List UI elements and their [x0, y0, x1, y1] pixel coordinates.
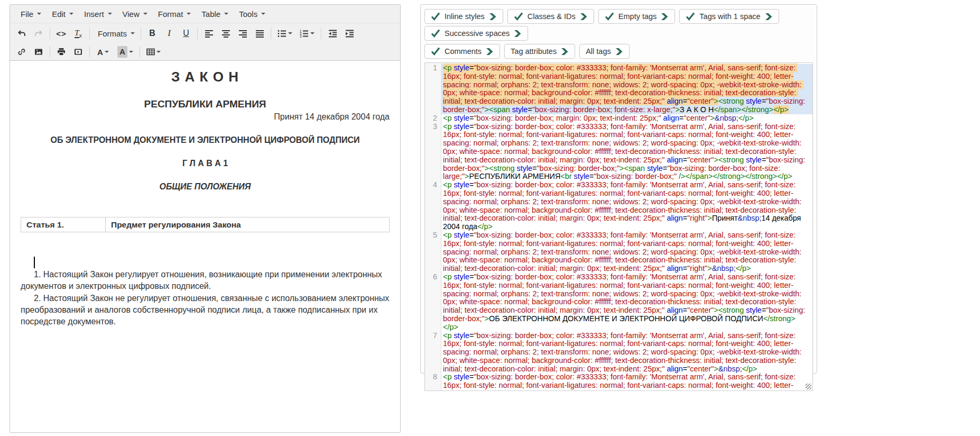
article-table[interactable]: Статья 1. Предмет регулирования Закона [21, 217, 390, 232]
html-cleaner-panel: Inline stylesClasses & IDsEmpty tagsTags… [420, 4, 817, 374]
cleaner-button-tags-with-1-space[interactable]: Tags with 1 space [679, 9, 779, 24]
chevron-down-icon [37, 13, 41, 15]
bullet-list-icon [278, 29, 286, 38]
doc-subtitle: РЕСПУБЛИКИ АРМЕНИЯ [21, 97, 390, 111]
cleaner-button-comments[interactable]: Comments [424, 44, 500, 59]
code-text: <p style="box-sizing: border-box; color:… [441, 373, 812, 391]
chevron-down-icon [129, 51, 133, 53]
line-number: 1 [425, 64, 441, 114]
menu-file-label: File [21, 10, 33, 19]
blank-line [21, 146, 390, 158]
line-number: 6 [425, 273, 441, 332]
blank-line [21, 86, 390, 97]
doc-law-title: ОБ ЭЛЕКТРОННОМ ДОКУМЕНТЕ И ЭЛЕКТРОННОЙ Ц… [21, 134, 390, 146]
menu-insert[interactable]: Insert [79, 6, 117, 22]
code-line-7: 7<p style="box-sizing: border-box; color… [425, 332, 812, 374]
cleaner-button-successive-spaces[interactable]: Successive spaces [424, 26, 528, 41]
cleaner-buttons-row2: CommentsTag attributesAll tags [424, 43, 813, 60]
cleaner-button-classes-ids[interactable]: Classes & IDs [507, 9, 594, 24]
menu-view[interactable]: View [117, 6, 153, 22]
text-color-icon: A [97, 48, 103, 56]
bold-button[interactable]: B [144, 26, 161, 41]
align-left-icon [205, 29, 214, 38]
numbered-list-icon: 123 [300, 29, 309, 38]
cleaner-buttons-row1: Inline stylesClasses & IDsEmpty tagsTags… [424, 8, 813, 42]
toolbar-separator [140, 46, 140, 58]
indent-button[interactable] [341, 26, 358, 41]
menu-file[interactable]: File [15, 6, 47, 22]
chevron-arrow-icon [765, 13, 773, 21]
menu-tools[interactable]: Tools [234, 6, 271, 22]
redo-button[interactable] [30, 26, 47, 41]
editor-toolbar-row1: <> Tx Formats B I U 123 [10, 23, 400, 43]
html-source-editor[interactable]: 1<p style="box-sizing: border-box; color… [424, 62, 813, 391]
line-number: 2 [425, 114, 441, 123]
cleaner-button-label: Successive spaces [445, 29, 510, 38]
print-icon [57, 48, 66, 56]
cleaner-button-label: Classes & IDs [528, 12, 576, 21]
image-icon [34, 48, 43, 56]
toolbar-separator [89, 46, 90, 58]
toolbar-separator [89, 28, 90, 39]
indent-icon [345, 29, 354, 38]
cleaner-button-tag-attributes[interactable]: Tag attributes [504, 44, 575, 59]
cleaner-button-inline-styles[interactable]: Inline styles [424, 9, 503, 24]
align-left-button[interactable] [200, 26, 217, 41]
align-right-button[interactable] [234, 26, 251, 41]
insert-link-button[interactable] [13, 44, 30, 60]
clear-formatting-button[interactable]: Tx [70, 26, 87, 41]
chevron-down-icon [288, 32, 292, 34]
doc-chapter-subtitle: ОБЩИЕ ПОЛОЖЕНИЯ [21, 181, 390, 193]
doc-paragraph-1: 1. Настоящий Закон регулирует отношения,… [21, 269, 390, 292]
chevron-arrow-icon [514, 30, 522, 38]
align-justify-button[interactable] [251, 26, 268, 41]
blank-line [21, 169, 390, 181]
cleaner-button-label: Inline styles [445, 12, 485, 21]
background-color-icon: A [117, 46, 127, 58]
cleaner-button-all-tags[interactable]: All tags [579, 44, 630, 59]
cleaner-button-empty-tags[interactable]: Empty tags [598, 9, 676, 24]
underline-button[interactable]: U [178, 26, 195, 41]
bullet-list-button[interactable] [274, 26, 296, 41]
align-center-button[interactable] [217, 26, 234, 41]
outdent-button[interactable] [324, 26, 341, 41]
align-center-icon [221, 29, 230, 38]
undo-button[interactable] [13, 26, 30, 41]
formats-label: Formats [96, 29, 129, 38]
code-line-5: 5<p style="box-sizing: border-box; color… [425, 231, 812, 273]
code-text: <p style="box-sizing: border-box; color:… [441, 231, 812, 273]
toolbar-separator [197, 28, 198, 39]
code-text: <p style="box-sizing: border-box; margin… [441, 114, 812, 123]
line-number: 4 [425, 181, 441, 231]
code-text: <p style="box-sizing: border-box; color:… [441, 181, 812, 231]
source-code-icon: <> [56, 29, 67, 38]
menu-format[interactable]: Format [153, 6, 197, 22]
source-code-button[interactable]: <> [53, 26, 70, 41]
chevron-down-icon [131, 32, 135, 34]
code-text: <p style="box-sizing: border-box; color:… [441, 332, 812, 374]
chevron-down-icon [187, 13, 191, 15]
blank-line [21, 245, 390, 257]
doc-paragraph-2: 2. Настоящий Закон не регулирует отношен… [21, 293, 390, 328]
insert-image-button[interactable] [30, 44, 47, 60]
blank-line [21, 123, 390, 134]
insert-media-button[interactable] [70, 44, 87, 60]
code-text: <p style="box-sizing: border-box; color:… [441, 123, 812, 181]
italic-button[interactable]: I [161, 26, 178, 41]
menu-edit[interactable]: Edit [47, 6, 79, 22]
article-title: Предмет регулирования Закона [106, 217, 390, 232]
resize-handle-icon[interactable] [806, 384, 811, 389]
table-button[interactable] [143, 44, 164, 60]
menu-table[interactable]: Table [196, 6, 234, 22]
toolbar-separator [141, 28, 141, 39]
chevron-arrow-icon [561, 48, 569, 56]
media-icon [74, 48, 82, 56]
document-canvas[interactable]: З А К О Н РЕСПУБЛИКИ АРМЕНИЯ Принят 14 д… [10, 61, 400, 432]
print-button[interactable] [53, 44, 70, 60]
line-number: 8 [425, 373, 441, 391]
formats-dropdown[interactable]: Formats [93, 26, 138, 41]
text-color-button[interactable]: A [93, 44, 114, 60]
background-color-button[interactable]: A [114, 44, 137, 60]
numbered-list-button[interactable]: 123 [296, 26, 318, 41]
chevron-arrow-icon [489, 13, 497, 21]
